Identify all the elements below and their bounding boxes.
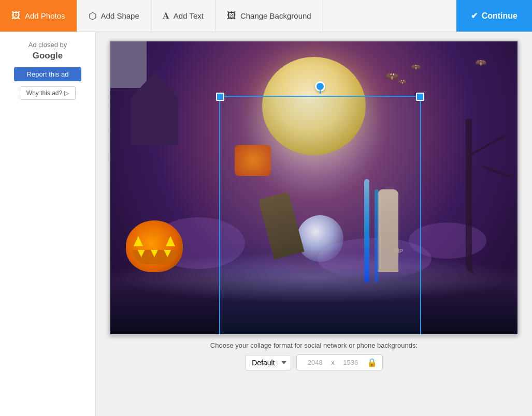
format-controls: Default x 🔒 <box>210 354 418 370</box>
handle-top-left[interactable] <box>216 93 224 101</box>
add-photos-label: Add Photos <box>25 11 65 20</box>
height-input[interactable] <box>338 359 364 366</box>
zombie-hand <box>258 191 304 259</box>
bat-3: 🦇 <box>398 78 407 86</box>
format-select[interactable]: Default <box>245 355 291 370</box>
bat-4: 🦇 <box>475 57 486 68</box>
report-ad-button[interactable]: Report this ad <box>14 67 81 81</box>
change-background-label: Change Background <box>240 11 311 20</box>
bat-1: 🦇 <box>385 70 399 83</box>
pumpkin-teeth <box>132 250 177 257</box>
toolbar: 🖼 Add Photos ⬡ Add Shape 𝐀 Add Text 🖼 Ch… <box>0 0 532 32</box>
width-input[interactable] <box>302 359 328 366</box>
gravestone <box>110 41 147 88</box>
moon <box>262 57 366 155</box>
bat-2: 🦇 <box>411 62 421 72</box>
continue-label: Continue <box>482 11 517 21</box>
neon-pillar-1 <box>364 179 369 283</box>
change-bg-icon: 🖼 <box>227 10 236 21</box>
ad-closed-line1: Ad closed by <box>28 40 67 50</box>
girl-figure <box>378 189 398 272</box>
handle-top-right[interactable] <box>416 93 424 101</box>
ad-closed-text: Ad closed by Google <box>28 40 67 62</box>
checkmark-icon: ✔ <box>471 11 478 21</box>
google-brand-text: Google <box>28 50 67 62</box>
main-area: Ad closed by Google Report this ad Why t… <box>0 32 532 416</box>
add-shape-label: Add Shape <box>101 11 139 20</box>
continue-button[interactable]: ✔ Continue <box>456 0 532 32</box>
pumpkin-left-eye <box>134 236 143 246</box>
add-photos-button[interactable]: 🖼 Add Photos <box>0 0 77 32</box>
add-text-icon: 𝐀 <box>163 10 169 21</box>
dimension-separator: x <box>331 359 335 366</box>
add-shape-icon: ⬡ <box>89 10 97 22</box>
add-text-button[interactable]: 𝐀 Add Text <box>151 0 215 32</box>
pumpkin-mouth <box>132 250 177 264</box>
halloween-background: 🦇 🦇 🦇 🦇 <box>110 41 517 334</box>
tooth-1 <box>138 250 145 257</box>
change-background-button[interactable]: 🖼 Change Background <box>215 0 323 32</box>
lock-icon[interactable]: 🔒 <box>367 358 377 367</box>
why-ad-label: Why this ad? <box>26 90 62 97</box>
neon-pillar-2 <box>375 189 379 283</box>
tooth-2 <box>151 250 158 257</box>
pumpkin <box>126 220 183 272</box>
orb <box>297 215 343 262</box>
add-shape-button[interactable]: ⬡ Add Shape <box>77 0 151 32</box>
orange-decoration <box>235 145 271 176</box>
add-photos-icon: 🖼 <box>11 10 21 21</box>
why-this-ad-button[interactable]: Why this ad? ▷ <box>20 86 76 100</box>
tooth-3 <box>164 250 171 257</box>
play-icon: ▷ <box>64 90 69 97</box>
dimension-box: x 🔒 <box>296 354 383 370</box>
format-instruction: Choose your collage format for social ne… <box>210 341 418 349</box>
pumpkin-right-eye <box>166 236 175 246</box>
add-text-label: Add Text <box>174 11 204 20</box>
canvas-area: 🦇 🦇 🦇 🦇 <box>96 32 532 416</box>
bottom-bar: Choose your collage format for social ne… <box>210 341 418 370</box>
ad-sidebar: Ad closed by Google Report this ad Why t… <box>0 32 96 416</box>
canvas-wrapper[interactable]: 🦇 🦇 🦇 🦇 <box>109 40 519 335</box>
